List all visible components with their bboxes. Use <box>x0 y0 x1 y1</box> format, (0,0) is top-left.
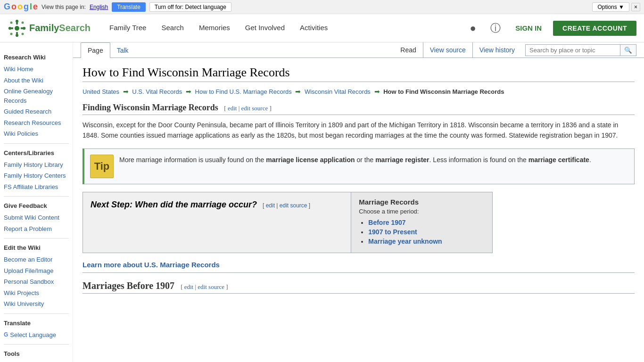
main-nav: FamilySearch Family Tree Search Memories… <box>0 14 644 42</box>
sidebar-item-guided-research[interactable]: Guided Research <box>4 106 69 117</box>
sidebar-item-personal-sandbox[interactable]: Personal Sandbox <box>4 276 69 288</box>
tab-view-source[interactable]: View source <box>423 42 472 58</box>
breadcrumb-us[interactable]: United States <box>83 88 119 95</box>
sidebar-section-edit: Edit the Wiki <box>4 244 69 251</box>
nav-table-edit: [ edit | edit source ] <box>263 202 310 209</box>
nav-edit-source-link[interactable]: edit source <box>280 202 307 209</box>
sidebar-item-upload-file[interactable]: Upload File/Image <box>4 265 69 277</box>
sidebar-item-wiki-policies[interactable]: Wiki Policies <box>4 128 69 140</box>
language-link[interactable]: English <box>90 4 108 10</box>
translate-widget: G Select Language <box>4 329 69 341</box>
sidebar-item-online-genealogy[interactable]: Online Genealogy Records <box>4 86 69 106</box>
list-item: Before 1907 <box>368 219 485 226</box>
sidebar-item-wiki-university[interactable]: Wiki University <box>4 298 69 310</box>
section1-text: Wisconsin, except for the Door County Pe… <box>83 120 635 141</box>
sidebar-divider-4 <box>4 313 69 314</box>
svg-point-9 <box>10 21 13 24</box>
google-translate-bar: Google View this page in: English Transl… <box>0 0 644 14</box>
section2-edit-link[interactable]: edit <box>184 283 194 290</box>
logo[interactable]: FamilySearch <box>8 19 91 38</box>
create-account-button[interactable]: CREATE ACCOUNT <box>553 21 636 36</box>
sidebar-item-family-history-library[interactable]: Family History Library <box>4 159 69 171</box>
tab-talk[interactable]: Talk <box>110 43 135 58</box>
list-item: Marriage year unknown <box>368 238 485 245</box>
sidebar-item-become-editor[interactable]: Become an Editor <box>4 254 69 265</box>
svg-point-12 <box>22 33 24 35</box>
breadcrumb: United States ➡ U.S. Vital Records ➡ How… <box>83 88 635 95</box>
nav-table-left: Next Step: When did the marriage occur? … <box>83 192 351 253</box>
location-icon-button[interactable]: ● <box>464 20 481 37</box>
sidebar-item-fs-affiliate[interactable]: FS Affiliate Libraries <box>4 181 69 193</box>
tip-icon: Tip <box>90 155 114 178</box>
sidebar-section-centers: Centers/Libraries <box>4 149 69 156</box>
tab-view-history[interactable]: View history <box>472 42 521 58</box>
translate-label: View this page in: <box>41 4 86 10</box>
tip-box: Tip More marriage information is usually… <box>83 148 635 184</box>
section1-edit-source-link[interactable]: edit source <box>241 105 268 112</box>
google-logo: Google <box>4 2 38 12</box>
nav-table: Next Step: When did the marriage occur? … <box>83 192 493 253</box>
select-language-link[interactable]: Select Language <box>10 329 56 341</box>
sidebar-item-submit-wiki[interactable]: Submit Wiki Content <box>4 212 69 223</box>
list-item: 1907 to Present <box>368 228 485 236</box>
breadcrumb-us-marriage[interactable]: How to Find U.S. Marriage Records <box>195 88 292 95</box>
next-step-text: Next Step: When did the marriage occur? <box>91 200 257 209</box>
sign-in-button[interactable]: SIGN IN <box>510 24 547 32</box>
breadcrumb-us-vital[interactable]: U.S. Vital Records <box>132 88 182 95</box>
nav-right: ● ⓘ SIGN IN CREATE ACCOUNT <box>464 20 636 37</box>
1907-present-link[interactable]: 1907 to Present <box>368 228 417 236</box>
sidebar-item-report-problem[interactable]: Report a Problem <box>4 223 69 235</box>
turn-off-button[interactable]: Turn off for: Detect language <box>149 2 231 12</box>
sidebar: Research Wiki Wiki Home About the Wiki O… <box>0 42 73 362</box>
nav-links: Family Tree Search Memories Get Involved… <box>102 14 335 42</box>
content-area: Page Talk Read View source View history … <box>73 42 644 362</box>
nav-activities[interactable]: Activities <box>292 14 335 42</box>
sidebar-item-research-resources[interactable]: Research Resources <box>4 117 69 129</box>
nav-table-right: Marriage Records Choose a time period: B… <box>351 192 493 253</box>
sidebar-divider-3 <box>4 238 69 239</box>
sidebar-item-about-wiki[interactable]: About the Wiki <box>4 75 69 86</box>
learn-more-link[interactable]: Learn more about U.S. Marriage Records <box>83 261 220 269</box>
tip-text: More marriage information is usually fou… <box>119 155 591 165</box>
nav-edit-link[interactable]: edit <box>266 202 275 209</box>
sidebar-divider-2 <box>4 196 69 197</box>
year-unknown-link[interactable]: Marriage year unknown <box>368 238 442 245</box>
options-button[interactable]: Options ▼ <box>592 2 629 12</box>
breadcrumb-wi-vital[interactable]: Wisconsin Vital Records <box>305 88 371 95</box>
tab-page[interactable]: Page <box>81 42 110 58</box>
section2-edit-source-link[interactable]: edit source <box>198 283 224 290</box>
breadcrumb-current: How to Find Wisconsin Marriage Records <box>383 88 504 95</box>
nav-get-involved[interactable]: Get Involved <box>238 14 292 42</box>
sidebar-divider-5 <box>4 344 69 345</box>
before-1907-link[interactable]: Before 1907 <box>368 219 405 226</box>
search-box: 🔍 <box>525 44 636 56</box>
help-icon-button[interactable]: ⓘ <box>487 20 504 37</box>
sidebar-section-research-wiki: Research Wiki <box>4 54 69 61</box>
nav-family-tree[interactable]: Family Tree <box>102 14 154 42</box>
sidebar-item-wiki-home[interactable]: Wiki Home <box>4 64 69 75</box>
translate-button[interactable]: Translate <box>112 2 146 12</box>
sidebar-item-what-links-here[interactable]: What links here <box>4 360 69 362</box>
sidebar-item-family-history-centers[interactable]: Family History Centers <box>4 170 69 181</box>
logo-text: FamilySearch <box>29 23 91 33</box>
svg-point-11 <box>10 33 13 35</box>
sidebar-item-wiki-projects[interactable]: Wiki Projects <box>4 288 69 299</box>
nav-search[interactable]: Search <box>154 14 191 42</box>
section2-edit-links: [ edit | edit source ] <box>181 283 228 290</box>
article: How to Find Wisconsin Marriage Records U… <box>73 58 644 306</box>
nav-memories[interactable]: Memories <box>191 14 238 42</box>
search-button[interactable]: 🔍 <box>620 45 636 56</box>
article-title: How to Find Wisconsin Marriage Records <box>83 66 635 82</box>
arrow-1: ➡ <box>123 88 129 95</box>
search-input[interactable] <box>526 45 620 56</box>
arrow-3: ➡ <box>295 88 301 95</box>
section1-edit-link[interactable]: edit <box>228 105 237 112</box>
sidebar-section-feedback: Give Feedback <box>4 202 69 209</box>
google-bar-right: Options ▼ × <box>592 2 640 12</box>
tab-read[interactable]: Read <box>394 42 422 58</box>
right-cell-list: Before 1907 1907 to Present Marriage yea… <box>359 219 485 245</box>
right-cell-subtitle: Choose a time period: <box>359 208 485 215</box>
learn-more-divider <box>83 272 635 273</box>
close-button[interactable]: × <box>631 3 640 11</box>
section1-edit-links: [ edit | edit source ] <box>224 105 271 112</box>
